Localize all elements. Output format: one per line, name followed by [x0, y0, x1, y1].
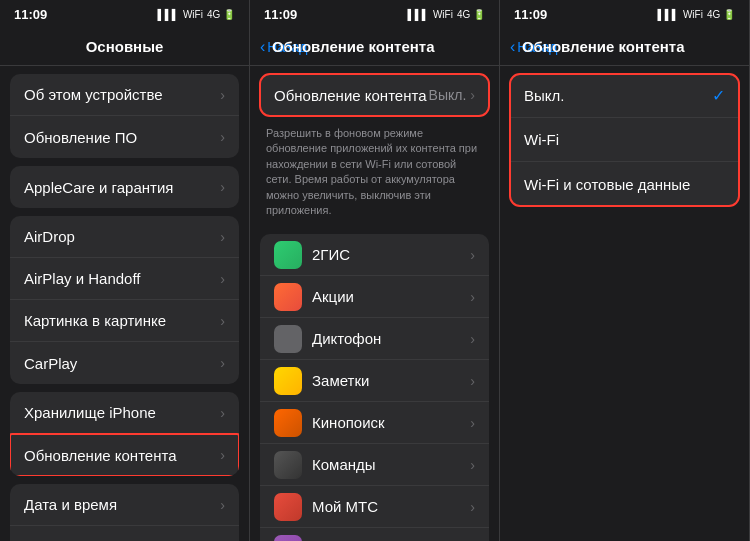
content-update-header-label: Обновление контента: [274, 87, 429, 104]
row-update[interactable]: Обновление ПО ›: [10, 116, 239, 158]
nav-title-3: Обновление контента: [507, 38, 699, 55]
wifi-icon-1: WiFi: [183, 9, 203, 20]
status-time-3: 11:09: [514, 7, 547, 22]
group-5: Дата и время › Клавиатура › Игровой конт…: [10, 484, 239, 541]
wifi-icon-3: WiFi: [683, 9, 703, 20]
chevron-datetime: ›: [220, 497, 225, 513]
row-label-datetime: Дата и время: [24, 496, 220, 513]
app-label-1: Акции: [312, 288, 470, 305]
row-content-update[interactable]: Обновление контента ›: [10, 434, 239, 476]
group-4: Хранилище iPhone › Обновление контента ›: [10, 392, 239, 476]
scroll-area-3[interactable]: Выкл.✓Wi-FiWi-Fi и сотовые данные: [500, 66, 749, 541]
chevron-carplay: ›: [220, 355, 225, 371]
section-header-2: Обновление контента Выкл. › Разрешить в …: [250, 74, 499, 226]
app-label-3: Заметки: [312, 372, 470, 389]
row-airdrop[interactable]: AirDrop ›: [10, 216, 239, 258]
signal-icon-1: ▌▌▌: [158, 9, 179, 20]
app-icon-7: [274, 535, 302, 541]
row-label-content-update: Обновление контента: [24, 447, 220, 464]
row-about-device[interactable]: Об этом устройстве ›: [10, 74, 239, 116]
app-row-7[interactable]: Подкасты›: [260, 528, 489, 541]
row-keyboard[interactable]: Клавиатура ›: [10, 526, 239, 541]
option-label-2: Wi-Fi и сотовые данные: [524, 176, 725, 193]
battery-icon-2: 4G 🔋: [457, 9, 485, 20]
content-update-header-row[interactable]: Обновление контента Выкл. ›: [260, 74, 489, 116]
chevron-pip: ›: [220, 313, 225, 329]
row-label-airplay: AirPlay и Handoff: [24, 270, 220, 287]
row-label-pip: Картинка в картинке: [24, 312, 220, 329]
section-1: Об этом устройстве › Обновление ПО ›: [0, 74, 249, 158]
nav-bar-2: ‹ Назад Обновление контента: [250, 28, 499, 66]
chevron-about: ›: [220, 87, 225, 103]
section-5: Дата и время › Клавиатура › Игровой конт…: [0, 484, 249, 541]
app-row-6[interactable]: Мой МТС›: [260, 486, 489, 528]
panel-1: 11:09 ▌▌▌ WiFi 4G 🔋 Основные Об этом уст…: [0, 0, 250, 541]
nav-title-2: Обновление контента: [257, 38, 449, 55]
row-airplay[interactable]: AirPlay и Handoff ›: [10, 258, 239, 300]
app-row-0[interactable]: 2ГИС›: [260, 234, 489, 276]
app-row-2[interactable]: Диктофон›: [260, 318, 489, 360]
app-label-2: Диктофон: [312, 330, 470, 347]
section-3: AirDrop › AirPlay и Handoff › Картинка в…: [0, 216, 249, 384]
option-check-0: ✓: [712, 86, 725, 105]
app-chevron-3: ›: [470, 373, 475, 389]
apps-group: 2ГИС›Акции›Диктофон›Заметки›Кинопоиск›Ко…: [260, 234, 489, 541]
app-chevron-1: ›: [470, 289, 475, 305]
row-label-applecare: AppleCare и гарантия: [24, 179, 220, 196]
signal-icon-2: ▌▌▌: [408, 9, 429, 20]
content-update-header-chevron: ›: [470, 87, 475, 103]
panel-3: 11:09 ▌▌▌ WiFi 4G 🔋 ‹ Назад Обновление к…: [500, 0, 750, 541]
scroll-area-2[interactable]: Обновление контента Выкл. › Разрешить в …: [250, 66, 499, 541]
app-icon-3: [274, 367, 302, 395]
chevron-applecare: ›: [220, 179, 225, 195]
status-time-2: 11:09: [264, 7, 297, 22]
row-datetime[interactable]: Дата и время ›: [10, 484, 239, 526]
row-label-carplay: CarPlay: [24, 355, 220, 372]
app-row-4[interactable]: Кинопоиск›: [260, 402, 489, 444]
app-label-6: Мой МТС: [312, 498, 470, 515]
status-icons-1: ▌▌▌ WiFi 4G 🔋: [158, 9, 235, 20]
app-row-1[interactable]: Акции›: [260, 276, 489, 318]
scroll-area-1[interactable]: Об этом устройстве › Обновление ПО › App…: [0, 66, 249, 541]
app-icon-5: [274, 451, 302, 479]
status-bar-3: 11:09 ▌▌▌ WiFi 4G 🔋: [500, 0, 749, 28]
app-label-0: 2ГИС: [312, 246, 470, 263]
section-options: Выкл.✓Wi-FiWi-Fi и сотовые данные: [500, 74, 749, 206]
status-bar-2: 11:09 ▌▌▌ WiFi 4G 🔋: [250, 0, 499, 28]
app-chevron-0: ›: [470, 247, 475, 263]
app-icon-6: [274, 493, 302, 521]
chevron-content-update: ›: [220, 447, 225, 463]
row-label-airdrop: AirDrop: [24, 228, 220, 245]
app-chevron-2: ›: [470, 331, 475, 347]
nav-bar-3: ‹ Назад Обновление контента: [500, 28, 749, 66]
apps-section: 2ГИС›Акции›Диктофон›Заметки›Кинопоиск›Ко…: [250, 234, 499, 541]
app-row-3[interactable]: Заметки›: [260, 360, 489, 402]
section-2: AppleCare и гарантия ›: [0, 166, 249, 208]
option-row-2[interactable]: Wi-Fi и сотовые данные: [510, 162, 739, 206]
app-label-5: Команды: [312, 456, 470, 473]
option-row-1[interactable]: Wi-Fi: [510, 118, 739, 162]
row-carplay[interactable]: CarPlay ›: [10, 342, 239, 384]
status-time-1: 11:09: [14, 7, 47, 22]
row-storage[interactable]: Хранилище iPhone ›: [10, 392, 239, 434]
status-icons-3: ▌▌▌ WiFi 4G 🔋: [658, 9, 735, 20]
option-label-0: Выкл.: [524, 87, 712, 104]
row-pip[interactable]: Картинка в картинке ›: [10, 300, 239, 342]
chevron-airdrop: ›: [220, 229, 225, 245]
row-applecare[interactable]: AppleCare и гарантия ›: [10, 166, 239, 208]
nav-title-1: Основные: [10, 38, 239, 55]
app-row-5[interactable]: Команды›: [260, 444, 489, 486]
group-2: AppleCare и гарантия ›: [10, 166, 239, 208]
status-icons-2: ▌▌▌ WiFi 4G 🔋: [408, 9, 485, 20]
battery-icon-1: 4G 🔋: [207, 9, 235, 20]
content-update-description: Разрешить в фоновом режиме обновление пр…: [250, 120, 499, 226]
chevron-airplay: ›: [220, 271, 225, 287]
chevron-storage: ›: [220, 405, 225, 421]
app-icon-0: [274, 241, 302, 269]
option-row-0[interactable]: Выкл.✓: [510, 74, 739, 118]
app-chevron-5: ›: [470, 457, 475, 473]
status-bar-1: 11:09 ▌▌▌ WiFi 4G 🔋: [0, 0, 249, 28]
wifi-icon-2: WiFi: [433, 9, 453, 20]
group-3: AirDrop › AirPlay и Handoff › Картинка в…: [10, 216, 239, 384]
row-label-storage: Хранилище iPhone: [24, 404, 220, 421]
